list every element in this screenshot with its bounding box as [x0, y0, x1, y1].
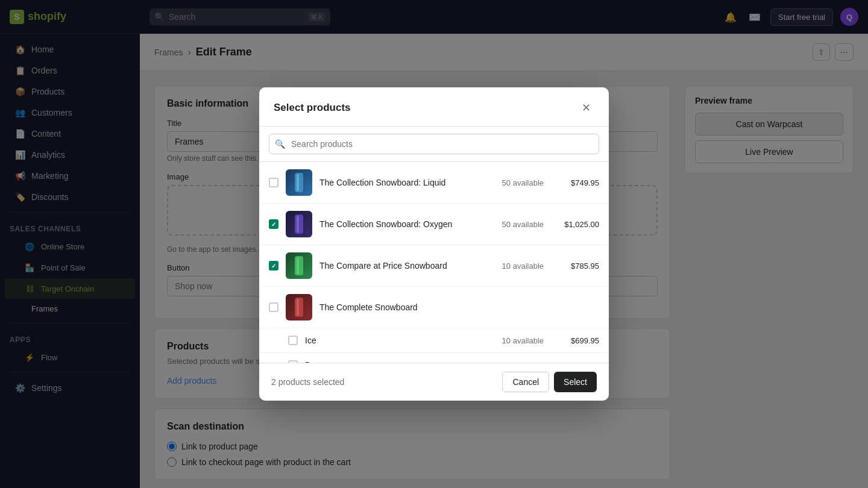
dialog-footer: 2 products selected Cancel Select [259, 363, 609, 401]
product-name-2: The Collection Snowboard: Oxygen [319, 219, 482, 229]
variant-availability-ice: 10 available [489, 336, 544, 345]
product-availability-1: 50 available [489, 178, 544, 187]
product-price-2: $1,025.00 [551, 220, 599, 229]
product-price-1: $749.95 [551, 178, 599, 187]
product-image-3 [286, 252, 312, 279]
variant-checkbox-ice[interactable] [288, 336, 298, 345]
product-name-3: The Compare at Price Snowboard [319, 261, 482, 271]
product-price-3: $785.95 [551, 261, 599, 271]
select-products-overlay: Select products ✕ 🔍 The Collection Snowb… [0, 0, 868, 488]
variant-name-ice: Ice [305, 336, 482, 345]
product-image-2 [286, 211, 312, 237]
select-button[interactable]: Select [554, 372, 597, 392]
svg-rect-3 [297, 216, 299, 233]
dialog-search-input[interactable] [269, 134, 599, 154]
dialog-footer-actions: Cancel Select [502, 372, 597, 392]
variant-price-ice: $699.95 [551, 336, 599, 345]
product-image-4 [286, 294, 312, 321]
svg-rect-5 [297, 257, 299, 274]
dialog-search-wrap: 🔍 [259, 127, 609, 162]
product-name-1: The Collection Snowboard: Liquid [319, 178, 482, 187]
select-products-dialog: Select products ✕ 🔍 The Collection Snowb… [259, 87, 609, 401]
product-checkbox-2[interactable] [269, 219, 278, 229]
list-item[interactable]: Dawn 10 available $699.95 [259, 353, 609, 363]
product-availability-2: 50 available [489, 220, 544, 229]
dialog-product-list: The Collection Snowboard: Liquid 50 avai… [259, 162, 609, 363]
product-availability-3: 10 available [489, 261, 544, 271]
products-selected-count: 2 products selected [271, 377, 344, 387]
product-info-2: The Collection Snowboard: Oxygen [319, 219, 482, 229]
list-item[interactable]: Ice 10 available $699.95 [259, 328, 609, 353]
dialog-title: Select products [274, 102, 351, 114]
dialog-header: Select products ✕ [259, 87, 609, 127]
product-info-3: The Compare at Price Snowboard [319, 261, 482, 271]
product-name-4: The Complete Snowboard [319, 302, 482, 312]
product-info-1: The Collection Snowboard: Liquid [319, 178, 482, 187]
table-row[interactable]: The Compare at Price Snowboard 10 availa… [259, 245, 609, 287]
svg-rect-1 [297, 174, 299, 191]
product-image-1 [286, 169, 312, 196]
product-checkbox-3[interactable] [269, 261, 278, 271]
dialog-search-icon: 🔍 [275, 139, 285, 149]
product-checkbox-1[interactable] [269, 178, 278, 187]
product-checkbox-4[interactable] [269, 302, 278, 312]
cancel-button[interactable]: Cancel [502, 372, 549, 392]
product-info-4: The Complete Snowboard [319, 302, 482, 312]
table-row[interactable]: The Complete Snowboard [259, 287, 609, 328]
dialog-close-button[interactable]: ✕ [577, 99, 594, 116]
variant-info-ice: Ice [305, 336, 482, 345]
table-row[interactable]: The Collection Snowboard: Oxygen 50 avai… [259, 204, 609, 245]
table-row[interactable]: The Collection Snowboard: Liquid 50 avai… [259, 162, 609, 204]
svg-rect-7 [297, 299, 299, 316]
